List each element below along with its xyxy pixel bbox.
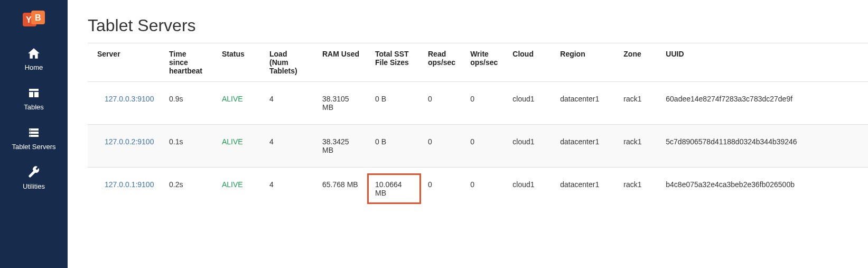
server-link[interactable]: 127.0.0.1:9100 — [105, 180, 154, 189]
cell-heartbeat: 0.2s — [162, 168, 214, 210]
cell-status: ALIVE — [214, 168, 262, 210]
cell-cloud: cloud1 — [505, 82, 553, 125]
cell-load: 4 — [262, 82, 315, 125]
cell-read: 0 — [421, 168, 463, 210]
table-header-row: Server Time since heartbeat Status Load … — [88, 43, 868, 82]
cell-write: 0 — [463, 125, 505, 168]
cell-region: datacenter1 — [553, 168, 616, 210]
sidebar-item-label: Tables — [24, 103, 44, 111]
sidebar-item-utilities[interactable]: Utilities — [23, 165, 45, 190]
cell-write: 0 — [463, 168, 505, 210]
cell-sst: 0 B — [368, 125, 421, 168]
th-sst: Total SST File Sizes — [368, 43, 421, 82]
status-badge: ALIVE — [222, 180, 243, 189]
server-link[interactable]: 127.0.0.2:9100 — [105, 137, 154, 146]
cell-heartbeat: 0.9s — [162, 82, 214, 125]
logo: Y B — [23, 11, 45, 31]
sidebar-item-tablet-servers[interactable]: Tablet Servers — [12, 126, 55, 151]
th-load: Load (Num Tablets) — [262, 43, 315, 82]
utilities-icon — [26, 165, 41, 179]
main-content: Tablet Servers Server Time since heartbe… — [68, 0, 868, 268]
th-server: Server — [88, 43, 162, 82]
cell-uuid: 5c7d8906578d41188d0324b344b39246 — [658, 125, 868, 168]
cell-sst: 10.0664 MB — [368, 168, 421, 210]
highlight-box: 10.0664 MB — [367, 173, 421, 204]
th-ram: RAM Used — [315, 43, 368, 82]
cell-server: 127.0.0.2:9100 — [88, 125, 162, 168]
cell-uuid: 60adee14e8274f7283a3c783dc27de9f — [658, 82, 868, 125]
cell-ram: 38.3425 MB — [315, 125, 368, 168]
table-row: 127.0.0.1:91000.2sALIVE465.768 MB10.0664… — [88, 168, 868, 210]
sidebar-item-home[interactable]: Home — [25, 47, 43, 71]
th-status: Status — [214, 43, 262, 82]
svg-text:Y: Y — [26, 15, 32, 24]
status-badge: ALIVE — [222, 137, 243, 146]
tablet-servers-table: Server Time since heartbeat Status Load … — [88, 43, 868, 210]
tablet-servers-icon — [26, 126, 41, 140]
cell-region: datacenter1 — [553, 82, 616, 125]
cell-server: 127.0.0.3:9100 — [88, 82, 162, 125]
sidebar-item-label: Home — [25, 63, 43, 71]
cell-load: 4 — [262, 168, 315, 210]
cell-cloud: cloud1 — [505, 168, 553, 210]
cell-heartbeat: 0.1s — [162, 125, 214, 168]
th-zone: Zone — [616, 43, 658, 82]
th-cloud: Cloud — [505, 43, 553, 82]
table-row: 127.0.0.2:91000.1sALIVE438.3425 MB0 B00c… — [88, 125, 868, 168]
tables-icon — [26, 86, 41, 100]
cell-server: 127.0.0.1:9100 — [88, 168, 162, 210]
svg-text:B: B — [35, 13, 41, 22]
cell-read: 0 — [421, 82, 463, 125]
cell-cloud: cloud1 — [505, 125, 553, 168]
page-title: Tablet Servers — [88, 16, 868, 35]
cell-sst: 0 B — [368, 82, 421, 125]
cell-zone: rack1 — [616, 82, 658, 125]
server-link[interactable]: 127.0.0.3:9100 — [105, 95, 154, 103]
th-write: Write ops/sec — [463, 43, 505, 82]
home-icon — [26, 47, 41, 60]
cell-status: ALIVE — [214, 125, 262, 168]
cell-uuid: b4c8e075a32e4ca3beb2e36fb026500b — [658, 168, 868, 210]
sidebar: Y B Home Tables Tablet Servers Utilities — [0, 0, 68, 268]
cell-zone: rack1 — [616, 125, 658, 168]
cell-zone: rack1 — [616, 168, 658, 210]
cell-write: 0 — [463, 82, 505, 125]
th-region: Region — [553, 43, 616, 82]
th-heartbeat: Time since heartbeat — [162, 43, 214, 82]
cell-status: ALIVE — [214, 82, 262, 125]
cell-ram: 38.3105 MB — [315, 82, 368, 125]
sidebar-item-label: Utilities — [23, 182, 45, 190]
cell-ram: 65.768 MB — [315, 168, 368, 210]
table-row: 127.0.0.3:91000.9sALIVE438.3105 MB0 B00c… — [88, 82, 868, 125]
cell-region: datacenter1 — [553, 125, 616, 168]
sidebar-item-tables[interactable]: Tables — [24, 86, 44, 111]
th-read: Read ops/sec — [421, 43, 463, 82]
status-badge: ALIVE — [222, 95, 243, 103]
th-uuid: UUID — [658, 43, 868, 82]
sidebar-item-label: Tablet Servers — [12, 143, 55, 151]
cell-load: 4 — [262, 125, 315, 168]
cell-read: 0 — [421, 125, 463, 168]
